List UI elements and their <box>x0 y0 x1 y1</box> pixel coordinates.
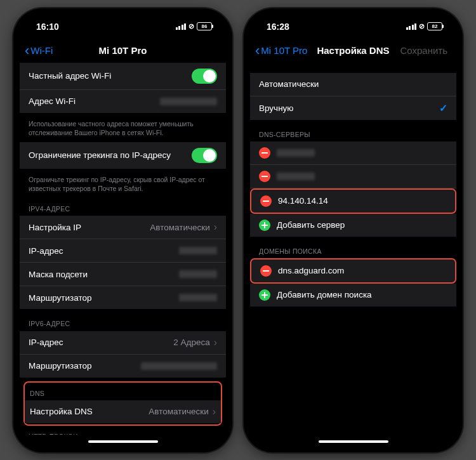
subnet-blurred <box>179 270 217 278</box>
group-tracking: Ограничение трекинга по IP-адресу <box>20 142 226 169</box>
ipv6-addr-row[interactable]: IP-адрес 2 Адреса› <box>20 331 226 355</box>
status-time: 16:10 <box>36 22 59 32</box>
nav-bar: ‹ Mi 10T Pro Настройка DNS Сохранить <box>250 39 456 63</box>
router-row: Маршрутизатор <box>20 286 226 309</box>
phone-left: 16:10 ⊘ 86 ‹ Wi-Fi Mi 10T Pro Частный ад… <box>13 8 232 452</box>
screen-left: 16:10 ⊘ 86 ‹ Wi-Fi Mi 10T Pro Частный ад… <box>20 15 226 446</box>
content[interactable]: Частный адрес Wi-Fi Адрес Wi-Fi Использо… <box>20 63 226 435</box>
limit-tracking-row[interactable]: Ограничение трекинга по IP-адресу <box>20 142 226 169</box>
wifi-addr-label: Адрес Wi-Fi <box>29 96 76 106</box>
ip-addr-row: IP-адрес <box>20 239 226 263</box>
delete-icon[interactable] <box>259 171 270 182</box>
back-button[interactable]: ‹ Mi 10T Pro <box>255 44 307 58</box>
group-dns: Настройка DNS Автоматически› <box>25 400 221 423</box>
chevron-left-icon: ‹ <box>25 44 29 58</box>
battery-icon: 82 <box>427 22 442 30</box>
group-mode: Автоматически Вручную ✓ <box>250 73 456 120</box>
ipv6-router-blurred <box>141 362 217 370</box>
proxy-header: HTTP-ПРОКСИ <box>20 426 226 435</box>
server-row-3-highlight[interactable]: 94.140.14.14 <box>250 188 456 214</box>
home-indicator[interactable] <box>319 440 388 443</box>
home-indicator[interactable] <box>88 440 158 443</box>
domains-header: ДОМЕНЫ ПОИСКА <box>250 240 456 258</box>
group-ipv4: Настройка IP Автоматически› IP-адрес Мас… <box>20 216 226 309</box>
domain-row-1-highlight[interactable]: dns.adguard.com <box>250 258 456 284</box>
screen-right: 16:28 ⊘ 82 ‹ Mi 10T Pro Настройка DNS Со… <box>250 15 456 446</box>
add-icon[interactable] <box>259 289 270 301</box>
chevron-right-icon: › <box>214 221 217 233</box>
servers-header: DNS-СЕРВЕРЫ <box>250 124 456 141</box>
ip-addr-blurred <box>179 247 217 254</box>
domain1-value: dns.adguard.com <box>278 266 344 275</box>
status-right: ⊘ 86 <box>176 22 213 30</box>
ipv6-router-row: Маршрутизатор <box>20 355 226 378</box>
content[interactable]: Автоматически Вручную ✓ DNS-СЕРВЕРЫ <box>250 63 456 435</box>
server-row-2[interactable] <box>250 165 456 188</box>
battery-icon: 86 <box>197 22 212 30</box>
delete-icon[interactable] <box>259 147 270 159</box>
private-note: Использование частного адреса поможет ум… <box>20 117 226 142</box>
private-wifi-row[interactable]: Частный адрес Wi-Fi <box>20 63 226 90</box>
limit-note: Ограничьте трекинг по IP-адресу, скрыв с… <box>20 173 226 198</box>
manual-row[interactable]: Вручную ✓ <box>250 96 456 120</box>
cellular-icon <box>406 23 417 30</box>
phone-right: 16:28 ⊘ 82 ‹ Mi 10T Pro Настройка DNS Со… <box>244 8 463 452</box>
wifi-addr-value-blurred <box>160 98 217 105</box>
server-row-1[interactable] <box>250 141 456 165</box>
chevron-right-icon: › <box>213 406 216 417</box>
nav-bar: ‹ Wi-Fi Mi 10T Pro <box>20 39 226 63</box>
server2-blurred <box>277 173 315 180</box>
dns-highlight: DNS Настройка DNS Автоматически› <box>23 381 222 426</box>
group-servers: 94.140.14.14 Добавить сервер <box>250 141 456 237</box>
add-icon[interactable] <box>259 220 270 231</box>
group-private: Частный адрес Wi-Fi Адрес Wi-Fi <box>20 63 226 113</box>
server3-value: 94.140.14.14 <box>278 196 328 206</box>
group-ipv6: IP-адрес 2 Адреса› Маршрутизатор <box>20 331 226 378</box>
add-domain-row[interactable]: Добавить домен поиска <box>250 284 456 306</box>
private-wifi-label: Частный адрес Wi-Fi <box>29 71 111 81</box>
back-button[interactable]: ‹ Wi-Fi <box>25 44 53 58</box>
checkmark-icon: ✓ <box>439 102 447 114</box>
add-server-row[interactable]: Добавить сервер <box>250 214 456 237</box>
back-label: Wi-Fi <box>30 45 53 56</box>
notch <box>76 15 171 30</box>
limit-tracking-toggle[interactable] <box>192 148 217 163</box>
private-wifi-toggle[interactable] <box>192 69 217 84</box>
ipv4-header: IPV4-АДРЕС <box>20 198 226 216</box>
vpn-icon: ⊘ <box>188 22 194 30</box>
limit-tracking-label: Ограничение трекинга по IP-адресу <box>29 150 171 160</box>
nav-title: Mi 10T Pro <box>99 45 147 56</box>
ipv6-header: IPV6-АДРЕС <box>20 313 226 331</box>
delete-icon[interactable] <box>260 195 272 207</box>
vpn-icon: ⊘ <box>419 22 425 30</box>
chevron-left-icon: ‹ <box>255 44 260 58</box>
dns-header: DNS <box>25 383 221 400</box>
status-right: ⊘ 82 <box>406 22 443 30</box>
save-button[interactable]: Сохранить <box>400 45 447 56</box>
delete-icon[interactable] <box>260 265 272 277</box>
server1-blurred <box>277 149 315 157</box>
router-blurred <box>179 294 217 301</box>
cellular-icon <box>176 23 187 30</box>
ip-config-row[interactable]: Настройка IP Автоматически› <box>20 216 226 239</box>
dns-config-row[interactable]: Настройка DNS Автоматически› <box>25 400 221 423</box>
wifi-addr-row: Адрес Wi-Fi <box>20 90 226 113</box>
auto-row[interactable]: Автоматически <box>250 73 456 96</box>
nav-title: Настройка DNS <box>317 45 389 56</box>
chevron-right-icon: › <box>214 337 217 348</box>
back-label: Mi 10T Pro <box>261 45 307 56</box>
subnet-row: Маска подсети <box>20 263 226 286</box>
group-domains: dns.adguard.com Добавить домен поиска <box>250 258 456 306</box>
notch <box>306 15 401 30</box>
status-time: 16:28 <box>267 22 289 32</box>
